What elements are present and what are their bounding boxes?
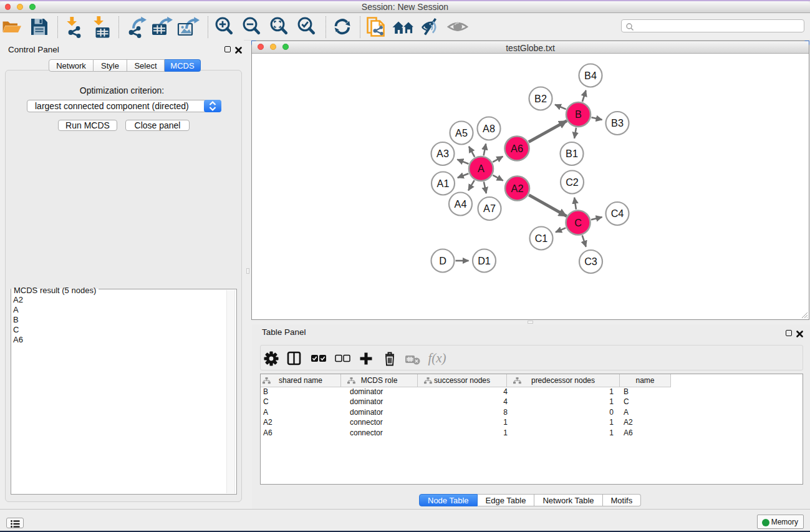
svg-text:C2: C2 [566,177,579,188]
svg-text:B: B [575,109,582,120]
svg-text:A: A [478,163,485,174]
svg-text:A6: A6 [511,143,523,154]
svg-text:D: D [439,255,446,266]
svg-text:B1: B1 [566,148,578,159]
svg-text:A5: A5 [455,127,468,138]
svg-text:B3: B3 [611,117,624,128]
svg-text:C3: C3 [584,256,597,267]
svg-text:A4: A4 [455,198,467,210]
svg-text:B2: B2 [534,93,547,104]
svg-text:C1: C1 [535,233,548,244]
svg-text:A7: A7 [483,203,496,214]
svg-text:A2: A2 [511,183,524,194]
svg-text:C4: C4 [611,208,624,219]
svg-text:B4: B4 [584,70,597,81]
svg-text:D1: D1 [478,255,491,266]
svg-text:A8: A8 [483,123,495,134]
svg-text:A3: A3 [436,148,449,159]
svg-text:A1: A1 [437,178,450,189]
svg-text:C: C [574,217,582,228]
